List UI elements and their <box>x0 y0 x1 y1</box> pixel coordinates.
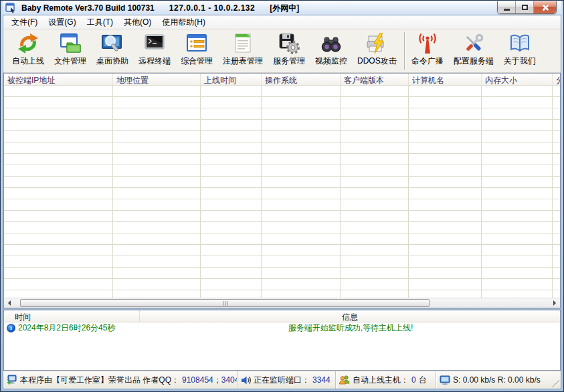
toolbar-about-us[interactable]: 关于我们 <box>500 31 539 68</box>
toolbar-label: 自动上线 <box>12 56 44 67</box>
host-list-body[interactable] <box>4 86 560 298</box>
toolbar-label: 文件管理 <box>54 56 86 67</box>
toolbar-remote-terminal[interactable]: 远程终端 <box>135 31 174 68</box>
open-book-icon <box>508 32 531 54</box>
toolbar-label: 视频监控 <box>315 56 347 67</box>
minimize-icon <box>504 9 510 11</box>
host-list-header: 被控端IP地址 地理位置 上线时间 操作系统 客户端版本 计算机名 内存大小 分 <box>4 74 560 86</box>
column-header-computer-name[interactable]: 计算机名 <box>409 74 482 85</box>
close-button[interactable] <box>534 1 556 13</box>
sync-arrows-icon <box>17 32 39 54</box>
users-icon <box>339 375 350 385</box>
column-header-client-version[interactable]: 客户端版本 <box>341 74 409 85</box>
monitor-icon <box>440 375 450 385</box>
toolbar-separator <box>404 32 405 70</box>
menu-other[interactable]: 其他(O) <box>118 15 157 29</box>
printer-lightning-icon <box>366 32 388 54</box>
screen-magnifier-icon <box>102 32 124 54</box>
tools-icon <box>462 32 484 54</box>
maximize-button[interactable] <box>516 1 534 13</box>
toolbar-ddos-attack[interactable]: DDOS攻击 <box>354 31 400 68</box>
status-listening-label: 正在监听端口： <box>254 375 310 386</box>
toolbar: 自动上线 文件管理 桌面协助 远程终端 <box>3 29 561 73</box>
title-bar[interactable]: Baby Remote Ver3.70 Build 100731 127.0.0… <box>3 1 561 15</box>
horizontal-scrollbar[interactable] <box>4 298 560 308</box>
toolbar-auto-online[interactable]: 自动上线 <box>9 31 48 68</box>
client-area: 文件(F) 设置(G) 工具(T) 其他(O) 使用帮助(H) 自动上线 文件管… <box>3 15 561 389</box>
terminal-icon <box>144 32 166 54</box>
log-list: 时间 信息 i 2024年8月2日6时26分45秒 服务端开始监听成功,等待主机… <box>3 310 561 371</box>
log-entry-message: 服务端开始监听成功,等待主机上线! <box>140 322 561 334</box>
close-icon <box>541 4 549 11</box>
menu-file[interactable]: 文件(F) <box>6 15 43 29</box>
menu-bar: 文件(F) 设置(G) 工具(T) 其他(O) 使用帮助(H) <box>3 15 561 29</box>
window-title-ip: 127.0.0.1 - 10.0.2.132 <box>169 3 255 13</box>
column-header-resolution[interactable]: 分 <box>553 74 560 85</box>
folder-window-icon <box>60 32 82 54</box>
status-listening-pane: 正在监听端口：3344 <box>238 371 336 389</box>
list-window-icon <box>186 32 208 54</box>
log-entry[interactable]: i 2024年8月2日6时26分45秒 服务端开始监听成功,等待主机上线! <box>4 322 560 334</box>
toolbar-general-manage[interactable]: 综合管理 <box>177 31 216 68</box>
toolbar-file-manager[interactable]: 文件管理 <box>51 31 90 68</box>
maximize-icon <box>522 5 528 10</box>
speaker-icon <box>241 375 251 385</box>
log-column-time[interactable]: 时间 <box>4 310 140 322</box>
grid-line <box>112 86 113 298</box>
status-online-unit: 台 <box>419 375 427 386</box>
toolbar-label: 命令广播 <box>411 56 444 67</box>
log-entry-time: 2024年8月2日6时26分45秒 <box>18 322 115 334</box>
status-credit-text: 本程序由【可爱工作室】荣誉出品 作者QQ： <box>20 375 179 386</box>
menu-help[interactable]: 使用帮助(H) <box>157 15 211 29</box>
disk-gear-icon <box>278 32 300 54</box>
toolbar-desktop-assist[interactable]: 桌面协助 <box>93 31 132 68</box>
status-listening-port: 3344 <box>312 375 331 385</box>
status-bar: 本程序由【可爱工作室】荣誉出品 作者QQ：9108454；34048 正在监听端… <box>3 371 561 389</box>
toolbar-label: 配置服务端 <box>454 56 494 67</box>
status-credit-qq: 9108454；34048 <box>182 375 238 386</box>
grid-line <box>481 86 482 298</box>
toolbar-command-broadcast[interactable]: 命令广播 <box>408 31 447 68</box>
status-traffic-text: S: 0.00 kb/s R: 0.00 kb/s <box>453 375 541 385</box>
scrollbar-thumb[interactable] <box>20 299 430 307</box>
toolbar-label: 服务管理 <box>273 56 305 67</box>
status-traffic-pane: S: 0.00 kb/s R: 0.00 kb/s <box>436 371 561 389</box>
resize-grip[interactable] <box>551 379 559 387</box>
toolbar-label: 关于我们 <box>504 56 536 67</box>
toolbar-label: 注册表管理 <box>223 56 263 67</box>
app-window: Baby Remote Ver3.70 Build 100731 127.0.0… <box>0 0 564 392</box>
registry-document-icon <box>232 32 254 54</box>
menu-settings[interactable]: 设置(G) <box>43 15 81 29</box>
grid-line <box>408 86 409 298</box>
toolbar-label: 桌面协助 <box>96 56 128 67</box>
column-header-location[interactable]: 地理位置 <box>113 74 201 85</box>
grid-line <box>340 86 341 298</box>
toolbar-service-manage[interactable]: 服务管理 <box>270 31 308 68</box>
minimize-button[interactable] <box>498 1 516 13</box>
menu-tools[interactable]: 工具(T) <box>82 15 118 29</box>
window-title-net-status: [外网中] <box>270 3 299 14</box>
toolbar-registry-manage[interactable]: 注册表管理 <box>219 31 266 68</box>
column-header-os[interactable]: 操作系统 <box>262 74 341 85</box>
status-online-count: 0 <box>411 375 416 385</box>
column-header-memory[interactable]: 内存大小 <box>482 74 553 85</box>
right-triangle-icon <box>553 300 559 306</box>
scroll-right-arrow[interactable] <box>550 298 560 308</box>
toolbar-video-monitor[interactable]: 视频监控 <box>312 31 351 68</box>
status-credit-pane: 本程序由【可爱工作室】荣誉出品 作者QQ：9108454；34048 <box>3 371 238 389</box>
grid-line <box>200 86 201 298</box>
app-icon <box>5 3 16 13</box>
log-list-header: 时间 信息 <box>4 310 560 322</box>
scroll-left-arrow[interactable] <box>4 298 14 308</box>
info-icon: i <box>7 324 15 332</box>
toolbar-label: 综合管理 <box>181 56 213 67</box>
column-header-online-time[interactable]: 上线时间 <box>201 74 262 85</box>
toolbar-configure-server[interactable]: 配置服务端 <box>450 31 497 68</box>
status-online-label: 自动上线主机： <box>353 375 409 386</box>
log-column-info[interactable]: 信息 <box>140 310 560 322</box>
grid-line <box>552 86 553 298</box>
column-header-ip[interactable]: 被控端IP地址 <box>4 74 113 85</box>
status-online-pane: 自动上线主机：0台 <box>336 371 436 389</box>
antenna-broadcast-icon <box>416 32 438 54</box>
left-triangle-icon <box>5 300 11 306</box>
